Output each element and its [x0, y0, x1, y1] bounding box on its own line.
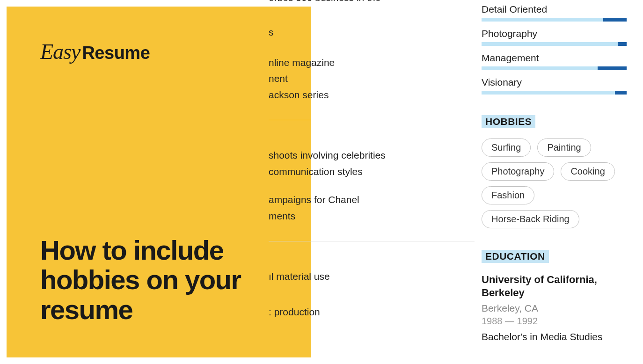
hobby-tag: Painting	[537, 138, 591, 157]
skill-bar	[482, 91, 627, 95]
skill-row: Management	[482, 52, 627, 70]
skill-bar	[482, 42, 627, 46]
hero-panel: Easy Resume How to include hobbies on yo…	[7, 7, 311, 357]
education-location: Berkeley, CA	[482, 303, 627, 314]
skill-name: Photography	[482, 28, 627, 39]
skill-row: Photography	[482, 28, 627, 46]
logo: Easy Resume	[40, 39, 278, 64]
education-years: 1988 — 1992	[482, 316, 627, 327]
section-header-hobbies: HOBBIES	[482, 115, 535, 128]
resume-preview: orbes 500 business in the s nline magazi…	[311, 0, 643, 364]
hero-headline: How to include hobbies on your resume	[40, 235, 278, 325]
skill-bar-fill	[603, 18, 627, 22]
hobby-tag: Cooking	[561, 162, 614, 181]
resume-text: s	[269, 25, 475, 39]
resume-side-column: CommunicationDetail OrientedPhotographyM…	[482, 0, 627, 342]
logo-resume: Resume	[82, 43, 150, 63]
section-divider	[269, 241, 475, 241]
skills-block: CommunicationDetail OrientedPhotographyM…	[482, 0, 627, 95]
hobbies-section: HOBBIES SurfingPaintingPhotographyCookin…	[482, 101, 627, 228]
education-section: EDUCATION University of California, Berk…	[482, 228, 627, 342]
resume-text: ampaigns for Chanel	[269, 193, 475, 207]
skill-name: Detail Oriented	[482, 4, 627, 15]
education-school: University of California, Berkeley	[482, 273, 627, 299]
skill-bar-fill	[618, 42, 627, 46]
skill-bar-fill	[598, 66, 627, 70]
hobby-tag: Horse-Back Riding	[482, 210, 579, 228]
resume-text: orbes 500 business in the	[269, 0, 475, 5]
hobbies-tags: SurfingPaintingPhotographyCookingFashion…	[482, 138, 627, 228]
hobby-tag: Fashion	[482, 186, 534, 204]
skill-name: Visionary	[482, 77, 627, 88]
logo-easy: Easy	[40, 39, 80, 64]
skill-bar	[482, 18, 627, 22]
hobby-tag: Surfing	[482, 138, 531, 157]
hobby-tag: Photography	[482, 162, 554, 181]
resume-text: nent	[269, 72, 475, 86]
resume-text: nline magazine	[269, 56, 475, 70]
resume-text: communication styles	[269, 165, 475, 179]
education-degree: Bachelor's in Media Studies	[482, 331, 627, 342]
skill-name: Management	[482, 52, 627, 64]
skill-row: Detail Oriented	[482, 4, 627, 22]
resume-main-column: orbes 500 business in the s nline magazi…	[269, 0, 475, 321]
skill-row: Visionary	[482, 77, 627, 95]
skill-bar	[482, 66, 627, 70]
resume-text: : production	[269, 305, 475, 319]
resume-text: shoots involving celebrities	[269, 148, 475, 162]
resume-text: ments	[269, 209, 475, 223]
section-header-education: EDUCATION	[482, 250, 549, 263]
resume-text: ıl material use	[269, 269, 475, 284]
resume-text: ackson series	[269, 88, 475, 102]
section-divider	[269, 120, 475, 120]
skill-bar-fill	[615, 91, 627, 95]
